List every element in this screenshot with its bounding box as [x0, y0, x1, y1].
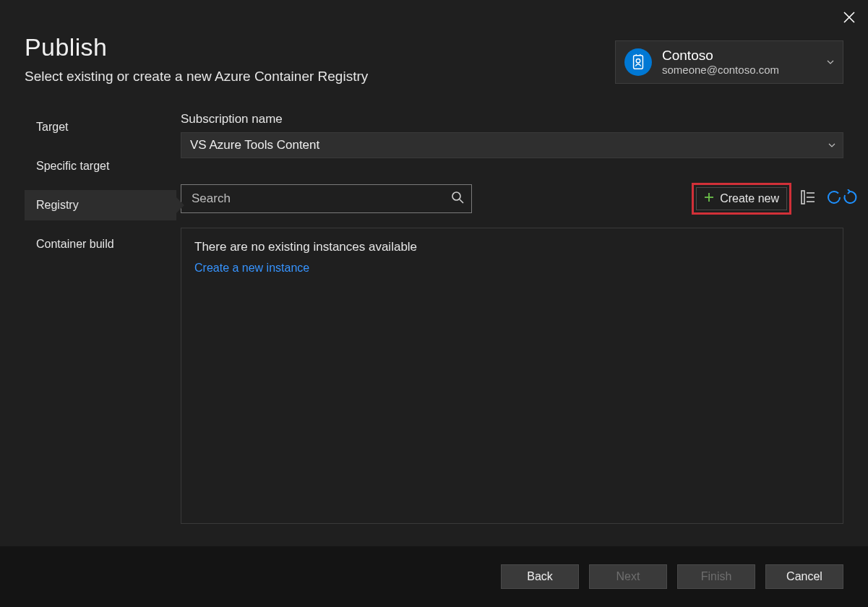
sidebar-item-container-build[interactable]: Container build	[25, 229, 176, 259]
content-area: Subscription name VS Azure Tools Content	[176, 112, 843, 546]
svg-rect-2	[634, 56, 643, 69]
account-picker[interactable]: Contoso someone@contoso.com	[615, 40, 843, 84]
account-avatar-icon	[624, 48, 652, 76]
annotation-highlight: Create new	[692, 183, 791, 215]
finish-button[interactable]: Finish	[677, 564, 755, 589]
tree-view-icon	[801, 190, 815, 207]
search-input[interactable]	[192, 191, 451, 206]
search-input-wrap[interactable]	[181, 184, 472, 213]
wizard-sidebar: Target Specific target Registry Containe…	[25, 112, 176, 546]
subscription-value: VS Azure Tools Content	[190, 138, 319, 152]
body-area: Target Specific target Registry Containe…	[0, 112, 868, 546]
dialog-footer: Back Next Finish Cancel	[0, 546, 868, 607]
account-text: Contoso someone@contoso.com	[662, 48, 822, 77]
refresh-button[interactable]	[825, 189, 843, 208]
sidebar-item-target[interactable]: Target	[25, 112, 176, 142]
plus-icon	[704, 192, 714, 205]
next-button-label: Next	[616, 570, 640, 583]
publish-dialog: Publish Select existing or create a new …	[0, 0, 868, 607]
view-tree-button[interactable]	[799, 189, 817, 208]
instances-list: There are no existing instances availabl…	[181, 228, 843, 524]
svg-point-4	[452, 192, 460, 200]
search-icon	[451, 191, 464, 207]
subscription-select[interactable]: VS Azure Tools Content	[181, 132, 843, 158]
chevron-down-icon	[822, 56, 838, 69]
sidebar-item-label: Specific target	[36, 160, 109, 173]
sidebar-item-label: Target	[36, 121, 68, 134]
back-button-label: Back	[527, 570, 553, 583]
account-name: Contoso	[662, 48, 822, 64]
next-button[interactable]: Next	[589, 564, 667, 589]
sidebar-item-label: Container build	[36, 238, 114, 251]
svg-rect-8	[802, 191, 804, 204]
cancel-button-label: Cancel	[786, 570, 822, 583]
refresh-icon	[826, 189, 842, 208]
svg-point-3	[636, 59, 640, 63]
search-row: Create new	[181, 183, 843, 215]
create-new-button[interactable]: Create new	[696, 187, 787, 210]
sidebar-item-specific-target[interactable]: Specific target	[25, 151, 176, 181]
chevron-down-icon	[828, 138, 835, 152]
sidebar-item-registry[interactable]: Registry	[25, 190, 176, 220]
back-button[interactable]: Back	[501, 564, 579, 589]
create-new-label: Create new	[720, 192, 779, 205]
account-email: someone@contoso.com	[662, 64, 822, 77]
empty-instances-message: There are no existing instances availabl…	[194, 240, 830, 254]
sidebar-item-label: Registry	[36, 199, 79, 212]
cancel-button[interactable]: Cancel	[765, 564, 843, 589]
create-instance-link[interactable]: Create a new instance	[194, 262, 830, 275]
finish-button-label: Finish	[701, 570, 732, 583]
svg-line-5	[460, 199, 463, 203]
subscription-label: Subscription name	[181, 112, 843, 126]
